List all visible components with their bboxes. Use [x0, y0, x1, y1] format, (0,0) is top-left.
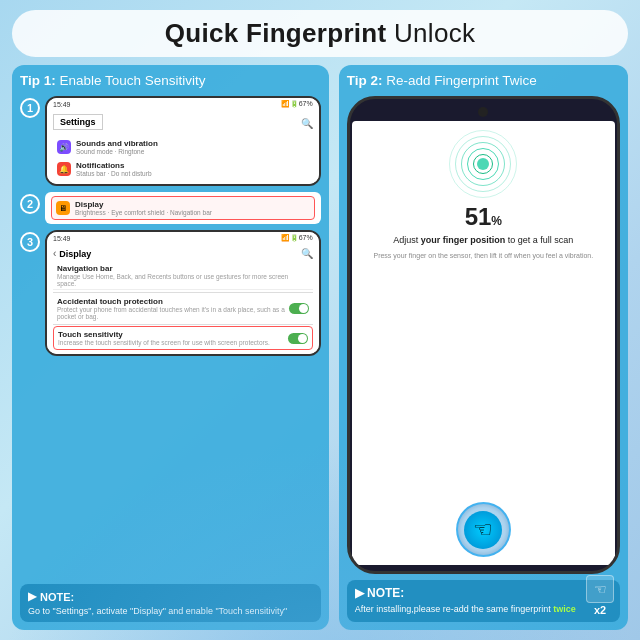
step1-row: 1 15:49 📶🔋67% Settings 🔍: [20, 96, 321, 186]
display-text: Display Brightness · Eye comfort shield …: [75, 200, 212, 216]
phone1-sounds-item: 🔊 Sounds and vibration Sound mode · Ring…: [53, 136, 313, 158]
tip2-note-title: ▶ NOTE:: [355, 586, 612, 600]
notif-icon: 🔔: [57, 162, 71, 176]
tip2-label: Tip 2:: [347, 73, 387, 88]
divider1: [53, 292, 313, 293]
tip1-note-arrow: ▶: [28, 590, 36, 603]
adjust-instruction: Adjust your finger position to get a ful…: [393, 235, 573, 247]
display-item-highlighted: 🖥 Display Brightness · Eye comfort shiel…: [51, 196, 315, 220]
touch-sensitivity-toggle-row: Touch sensitivity Increase the touch sen…: [58, 330, 308, 346]
phone1-time: 15:49: [53, 101, 71, 108]
accidental-touch-item: Accidental touch protection Protect your…: [53, 295, 313, 322]
x2-icon: ☜: [586, 575, 614, 603]
phone1-icons: 📶🔋67%: [281, 100, 313, 108]
phone2-mockup: 15:49 📶🔋67% ‹ Display 🔍: [45, 230, 321, 356]
press-instruction: Press your finger on the sensor, then li…: [373, 251, 593, 260]
step3-circle: 3: [20, 232, 40, 252]
sounds-text: Sounds and vibration Sound mode · Ringto…: [76, 139, 158, 155]
hand-fingerprint-icon: ☜: [594, 581, 607, 597]
phone2-title: Display: [59, 249, 91, 259]
phone2-status: 15:49 📶🔋67%: [47, 232, 319, 244]
phone-notch: [478, 107, 488, 117]
display-icon: 🖥: [56, 201, 70, 215]
step1-circle: 1: [20, 98, 40, 118]
title-part2-text: Unlock: [394, 18, 475, 48]
phone2-screen: ‹ Display 🔍 Navigation bar Manage Use Ho…: [47, 244, 319, 354]
step2-display-box: 🖥 Display Brightness · Eye comfort shiel…: [45, 192, 321, 224]
tip2-note-arrow: ▶: [355, 586, 367, 600]
fingerprint-emoji: ☜: [473, 517, 493, 543]
tip1-action: Enable Touch Sensitivity: [60, 73, 206, 88]
step2-row: 2 🖥 Display Brightness · Eye comfort shi…: [20, 192, 321, 224]
tip2-panel: Tip 2: Re-add Fingerprint Twice: [339, 65, 628, 630]
page-container: Quick Fingerprint Unlock Tip 1: Enable T…: [0, 0, 640, 640]
phone1-status: 15:49 📶🔋67%: [47, 98, 319, 110]
phone1-mockup: 15:49 📶🔋67% Settings 🔍 🔊: [45, 96, 321, 186]
accidental-toggle-row: Accidental touch protection Protect your…: [57, 297, 309, 320]
touch-sensitivity-item: Touch sensitivity Increase the touch sen…: [53, 326, 313, 350]
tip1-note-title: ▶ NOTE:: [28, 590, 313, 603]
phone2-search-icon[interactable]: 🔍: [301, 248, 313, 259]
title-part1: Quick Fingerprint: [165, 18, 387, 48]
x2-badge: ☜ x2: [586, 575, 614, 616]
phone2-back-icon[interactable]: ‹: [53, 248, 56, 259]
tip1-note-body: Go to "Settings", activate "Display" and…: [28, 606, 313, 616]
x2-label: x2: [594, 604, 606, 616]
touch-sensitivity-toggle[interactable]: [288, 333, 308, 344]
phone1-notif-item: 🔔 Notifications Status bar · Do not dist…: [53, 158, 313, 180]
tip1-note-box: ▶ NOTE: Go to "Settings", activate "Disp…: [20, 584, 321, 622]
scan-circle-inner: ☜: [464, 511, 502, 549]
columns-layout: Tip 1: Enable Touch Sensitivity 1 15:49 …: [12, 65, 628, 630]
percent-suffix: %: [491, 214, 502, 228]
phone1-screen: Settings 🔍 🔊 Sounds and vibration Sound …: [47, 110, 319, 184]
nav-bar-item: Navigation bar Manage Use Home, Back, an…: [53, 262, 313, 290]
accidental-toggle[interactable]: [289, 303, 309, 314]
tip1-header: Tip 1: Enable Touch Sensitivity: [20, 73, 321, 88]
tip2-action: Re-add Fingerprint Twice: [386, 73, 537, 88]
step2-circle: 2: [20, 194, 40, 214]
fingerprint-visual: [448, 129, 518, 199]
phone2-time: 15:49: [53, 235, 71, 242]
right-phone-mockup: 51% Adjust your finger position to get a…: [347, 96, 620, 574]
tip1-label: Tip 1:: [20, 73, 60, 88]
tip2-header: Tip 2: Re-add Fingerprint Twice: [347, 73, 620, 88]
scan-percent: 51%: [465, 203, 502, 231]
phone1-title: Settings: [53, 114, 103, 130]
tip2-note-body: After installing,please re-add the same …: [355, 603, 612, 616]
scan-circle: ☜: [456, 502, 511, 557]
tip1-panel: Tip 1: Enable Touch Sensitivity 1 15:49 …: [12, 65, 329, 630]
page-title: Quick Fingerprint Unlock: [12, 10, 628, 57]
twice-text: twice: [553, 604, 576, 614]
sounds-icon: 🔊: [57, 140, 71, 154]
phone2-icons: 📶🔋67%: [281, 234, 313, 242]
phone1-search-icon[interactable]: 🔍: [301, 118, 313, 129]
tip2-note-box: ▶ NOTE: After installing,please re-add t…: [347, 580, 620, 622]
step3-row: 3 15:49 📶🔋67% ‹ Display �: [20, 230, 321, 356]
notif-text: Notifications Status bar · Do not distur…: [76, 161, 152, 177]
right-phone-screen: 51% Adjust your finger position to get a…: [352, 121, 615, 565]
divider2: [53, 324, 313, 325]
accidental-text: Accidental touch protection Protect your…: [57, 297, 289, 320]
touch-sensitivity-text: Touch sensitivity Increase the touch sen…: [58, 330, 270, 346]
